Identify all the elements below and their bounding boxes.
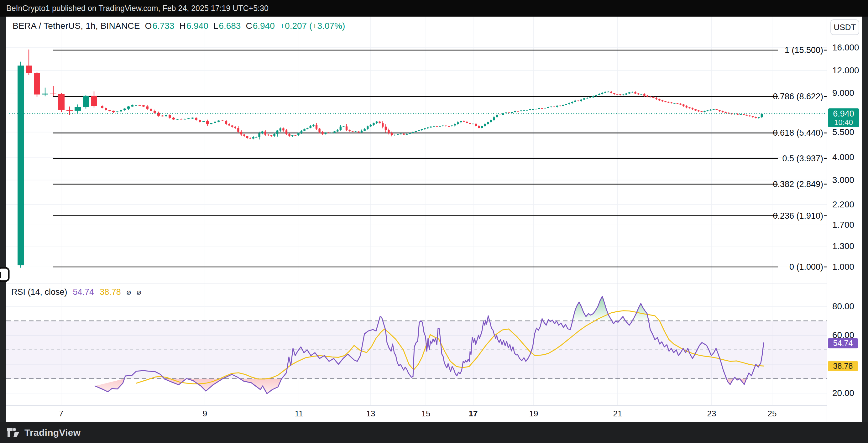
candle-body xyxy=(724,112,726,113)
empty-set-icon[interactable]: ⌀ xyxy=(136,288,141,296)
rsi-oversold-fill xyxy=(240,379,282,394)
attribution-bar: BeInCrypto1 published on TradingView.com… xyxy=(0,0,868,17)
candle-body xyxy=(367,126,369,129)
candle-body xyxy=(83,96,89,107)
pane-separator[interactable] xyxy=(6,284,861,284)
candle-body xyxy=(258,133,260,137)
candle-body xyxy=(427,128,429,128)
fib-level-label: 0.618 (5.440) xyxy=(729,128,823,138)
price-scale-column[interactable]: USDT 16.00012.0009.0005.5004.0003.0002.2… xyxy=(827,17,862,422)
candle-body xyxy=(727,113,730,114)
currency-toggle-button[interactable]: USDT xyxy=(830,20,859,35)
low-label: L xyxy=(213,21,218,31)
candle-body xyxy=(505,113,507,113)
candle-body xyxy=(358,132,360,132)
candle-body xyxy=(718,110,720,111)
candle-body xyxy=(331,133,333,133)
candle-body xyxy=(191,118,194,119)
tradingview-logo-icon[interactable] xyxy=(7,428,20,437)
candle-body xyxy=(116,112,119,112)
candle-body xyxy=(318,129,320,132)
fib-level-label: 0.382 (2.849) xyxy=(729,179,823,189)
time-axis-label: 13 xyxy=(358,409,383,418)
candle-body xyxy=(481,126,483,128)
candle-body xyxy=(592,96,594,97)
attribution-text: BeInCrypto1 published on TradingView.com… xyxy=(6,4,269,12)
rsi-chart-canvas[interactable] xyxy=(6,284,827,405)
price-tick-label: 1.300 xyxy=(832,242,854,251)
time-axis[interactable]: 791113151719212325 xyxy=(6,405,827,422)
rsi-tick-label: 20.00 xyxy=(832,388,854,398)
candle-body xyxy=(418,130,420,131)
candle-body xyxy=(752,116,754,117)
open-value: 6.733 xyxy=(152,21,174,31)
price-tick-label: 3.000 xyxy=(832,176,854,185)
candle-body xyxy=(616,94,618,95)
candle-body xyxy=(146,106,149,109)
candle-body xyxy=(180,119,182,120)
candle-body xyxy=(550,106,552,107)
candle-body xyxy=(406,134,408,134)
fib-level-label: 0 (1.000) xyxy=(729,262,823,272)
candle-body xyxy=(26,65,32,73)
candle-body xyxy=(388,130,390,133)
footer-bar: TradingView xyxy=(0,422,868,443)
candle-body xyxy=(487,122,489,124)
candle-body xyxy=(454,124,456,125)
candle-body xyxy=(108,110,111,111)
candle-body xyxy=(34,73,40,94)
candle-body xyxy=(556,105,558,107)
candle-body xyxy=(643,94,645,96)
candle-body xyxy=(514,111,516,112)
candle-body xyxy=(622,95,624,95)
candle-body xyxy=(261,132,263,133)
candle-body xyxy=(315,125,317,129)
empty-set-icon[interactable]: ⌀ xyxy=(127,288,131,296)
candle-body xyxy=(631,92,633,92)
candle-body xyxy=(328,133,329,133)
candle-body xyxy=(508,113,510,113)
time-axis-label: 9 xyxy=(192,409,217,418)
candle-body xyxy=(184,119,186,120)
candle-body xyxy=(282,128,284,130)
candle-body xyxy=(255,137,257,137)
candle-body xyxy=(228,124,230,125)
candle-body xyxy=(276,131,278,134)
candle-body xyxy=(157,113,160,116)
candle-body xyxy=(195,118,197,120)
rsi-ma-badge: 38.78 xyxy=(828,361,858,371)
candle-body xyxy=(265,132,266,135)
tradingview-brand-text[interactable]: TradingView xyxy=(25,428,81,438)
candle-body xyxy=(682,105,684,106)
candle-body xyxy=(701,111,703,112)
candle-body xyxy=(433,126,435,127)
candle-body xyxy=(704,111,705,112)
price-chart-canvas[interactable] xyxy=(6,17,827,284)
candle-body xyxy=(221,121,224,121)
time-axis-label: 23 xyxy=(699,409,724,418)
candle-body xyxy=(400,134,402,134)
candle-body xyxy=(142,105,145,106)
rsi-tick-label: 80.00 xyxy=(832,302,854,311)
candle-body xyxy=(187,119,190,119)
candle-body xyxy=(601,93,603,94)
candle-body xyxy=(231,126,233,127)
candle-body xyxy=(154,111,156,113)
candle-body xyxy=(688,107,690,108)
candle-body xyxy=(203,121,205,122)
candle-body xyxy=(161,116,163,116)
price-tick-label: 1.000 xyxy=(832,262,854,272)
candle-body xyxy=(746,115,748,115)
candle-body xyxy=(150,109,152,111)
price-tick-label: 4.000 xyxy=(832,153,854,162)
candle-body xyxy=(716,109,718,110)
candle-body xyxy=(303,129,305,131)
candle-body xyxy=(565,104,567,105)
candle-body xyxy=(324,133,327,134)
candle-body xyxy=(691,108,693,109)
price-tick-label: 1.700 xyxy=(832,220,854,230)
candle-body xyxy=(310,126,311,128)
candle-body xyxy=(351,131,353,132)
candle-body xyxy=(430,127,432,128)
candle-body xyxy=(499,115,501,115)
